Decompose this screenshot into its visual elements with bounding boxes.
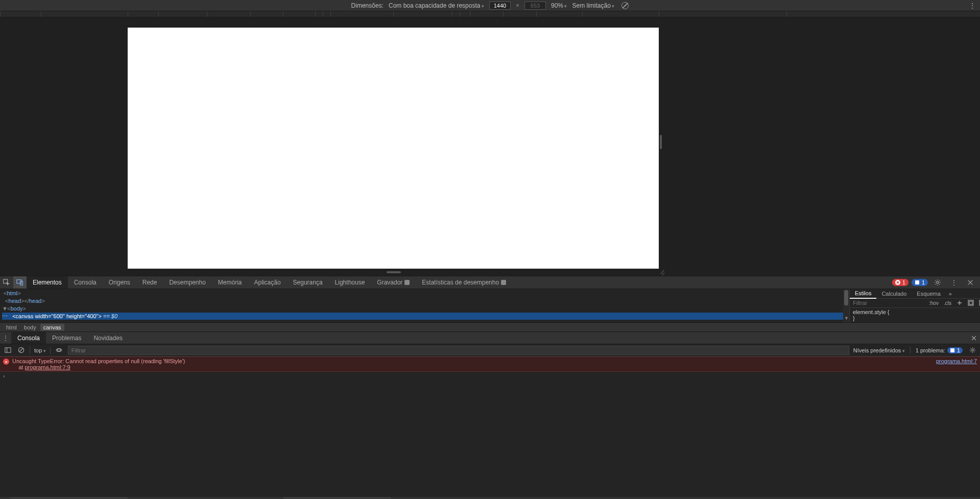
computed-toggle-icon[interactable] <box>965 300 976 306</box>
svg-rect-15 <box>950 348 954 352</box>
dom-tree[interactable]: ▼ <html> <head></head> ▼<body> ⋯ <canvas… <box>0 289 849 322</box>
ruler <box>0 11 980 17</box>
console-settings-icon[interactable] <box>968 346 977 355</box>
console-filter-input[interactable] <box>68 346 849 355</box>
hov-toggle[interactable]: :hov <box>926 300 941 306</box>
toggle-sidebar-icon[interactable] <box>976 300 980 306</box>
tab-label: Rede <box>142 279 157 286</box>
issue-count: 1 <box>922 279 925 286</box>
dom-breadcrumbs: htmlbodycanvas <box>0 323 980 332</box>
error-icon: × <box>3 359 9 365</box>
styles-tab-estilos[interactable]: Estilos <box>850 289 876 299</box>
dom-line: ▼<body> <box>2 305 26 312</box>
console-prompt[interactable] <box>0 372 980 380</box>
tab-gravador[interactable]: Gravador <box>371 276 416 289</box>
drawer-tab-problemas[interactable]: Problemas <box>46 332 87 344</box>
styles-tab-esquema[interactable]: Esquema <box>912 289 945 298</box>
live-expression-icon[interactable] <box>55 346 64 355</box>
devtools-tabs: ElementosConsolaOrigensRedeDesempenhoMem… <box>27 276 892 289</box>
styles-filter-bar: :hov .cls <box>850 299 980 308</box>
error-count-badge[interactable]: 1 <box>892 279 909 286</box>
zoom-dropdown[interactable]: 90% <box>551 2 567 9</box>
tab-label: Aplicação <box>254 279 281 286</box>
tab-aplicação[interactable]: Aplicação <box>248 276 287 289</box>
settings-icon[interactable] <box>931 279 944 286</box>
dom-scrollbar[interactable]: ▼ <box>843 289 849 322</box>
breadcrumb-html[interactable]: html <box>3 324 20 331</box>
tab-rede[interactable]: Rede <box>136 276 163 289</box>
device-toolbar-menu-icon[interactable]: ⋮ <box>969 2 976 10</box>
dom-line: <html> <box>2 290 21 296</box>
styles-rules[interactable]: element.style { } <box>850 308 980 322</box>
resize-handle-right[interactable] <box>660 135 662 149</box>
context-selector[interactable]: top <box>34 347 46 353</box>
devtools-menu-icon[interactable]: ⋮ <box>947 279 961 286</box>
dom-line: <head></head> <box>2 298 45 304</box>
error-message: Uncaught TypeError: Cannot read properti… <box>12 358 936 370</box>
elements-panel: ▼ <html> <head></head> ▼<body> ⋯ <canvas… <box>0 289 980 323</box>
drawer-tab-novidades[interactable]: Novidades <box>87 332 129 344</box>
tab-consola[interactable]: Consola <box>68 276 103 289</box>
tab-desempenho[interactable]: Desempenho <box>163 276 211 289</box>
log-levels-dropdown[interactable]: Níveis predefinidos <box>853 347 905 353</box>
tab-label: Consola <box>74 279 97 286</box>
tab-estatísticas-de-desempenho[interactable]: Estatísticas de desempenho <box>416 276 512 289</box>
svg-rect-4 <box>915 280 919 284</box>
width-input[interactable] <box>489 2 511 10</box>
problems-count: 1 <box>957 347 960 353</box>
style-rule-selector: element.style { <box>853 309 977 315</box>
error-source-link[interactable]: programa.html:7 <box>936 358 977 370</box>
responsive-dropdown[interactable]: Com boa capacidade de resposta <box>389 2 484 9</box>
drawer-tabbar: ⋮ ConsolaProblemasNovidades <box>0 332 980 344</box>
error-stack-link[interactable]: programa.html:7:9 <box>25 364 70 370</box>
clear-console-icon[interactable] <box>16 346 26 355</box>
resize-handle-corner[interactable] <box>660 270 665 275</box>
tab-memória[interactable]: Memória <box>212 276 248 289</box>
console-toolbar: top Níveis predefinidos 1 problema: 1 <box>0 344 980 357</box>
rotate-icon[interactable] <box>622 2 629 9</box>
problems-indicator[interactable]: 1 problema: 1 <box>916 347 963 353</box>
tab-label: Origens <box>109 279 130 286</box>
issue-count-badge[interactable]: 1 <box>912 279 928 286</box>
error-count: 1 <box>902 279 905 286</box>
breadcrumb-canvas[interactable]: canvas <box>40 324 64 331</box>
tab-origens[interactable]: Origens <box>103 276 136 289</box>
height-input[interactable] <box>524 2 546 10</box>
styles-tab-calculado[interactable]: Calculado <box>876 289 912 298</box>
devtools-tabbar: ElementosConsolaOrigensRedeDesempenhoMem… <box>0 276 980 289</box>
tab-segurança[interactable]: Segurança <box>287 276 329 289</box>
drawer-tab-consola[interactable]: Consola <box>11 332 46 344</box>
dimension-separator: × <box>516 2 519 9</box>
tab-lighthouse[interactable]: Lighthouse <box>329 276 371 289</box>
tab-label: Estatísticas de desempenho <box>422 279 499 286</box>
inspect-element-icon[interactable] <box>0 276 13 289</box>
svg-rect-7 <box>969 301 972 304</box>
breadcrumb-body[interactable]: body <box>21 324 39 331</box>
new-rule-icon[interactable] <box>954 300 965 306</box>
cls-toggle[interactable]: .cls <box>941 300 954 306</box>
resize-handle-bottom[interactable] <box>387 271 401 273</box>
device-toolbar-center: Dimensões: Com boa capacidade de respost… <box>351 2 629 10</box>
styles-filter-input[interactable] <box>850 300 926 306</box>
toggle-device-icon[interactable] <box>13 276 27 289</box>
problems-label: 1 problema: <box>916 347 945 353</box>
style-rule-close: } <box>853 315 977 321</box>
preview-badge-icon <box>404 280 410 285</box>
close-drawer-icon[interactable] <box>968 332 980 344</box>
throttle-dropdown[interactable]: Sem limitação <box>572 2 615 9</box>
console-output[interactable]: × Uncaught TypeError: Cannot read proper… <box>0 357 980 499</box>
styles-pane: EstilosCalculadoEsquema» :hov .cls eleme… <box>849 289 980 322</box>
close-devtools-icon[interactable] <box>964 279 977 286</box>
viewport-area <box>0 17 980 276</box>
svg-rect-10 <box>5 348 10 352</box>
tab-elementos[interactable]: Elementos <box>27 276 68 289</box>
tab-label: Segurança <box>293 279 323 286</box>
page-viewport[interactable] <box>128 28 659 269</box>
svg-point-5 <box>937 281 939 283</box>
devtools-tabbar-right: 1 1 ⋮ <box>892 276 980 289</box>
toggle-sidebar-icon[interactable] <box>3 346 12 355</box>
drawer-menu-icon[interactable]: ⋮ <box>0 332 11 344</box>
dom-line-selected: ⋯ <canvas width="600" height="400"> == $… <box>2 313 849 320</box>
styles-more-icon[interactable]: » <box>946 289 955 298</box>
console-error-row[interactable]: × Uncaught TypeError: Cannot read proper… <box>0 357 980 372</box>
